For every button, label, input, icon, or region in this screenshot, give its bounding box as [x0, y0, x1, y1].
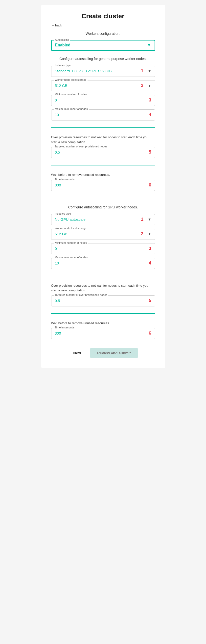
- general-worker-storage-label: Worker node local storage: [54, 78, 88, 81]
- general-max-nodes-field[interactable]: Maximum number of nodes 10 4: [51, 110, 155, 120]
- gpu-targeted-nodes-number: 5: [149, 298, 151, 303]
- autoscaling-value: Enabled: [55, 43, 71, 48]
- workers-config-title: Workers configuration.: [51, 32, 155, 36]
- gpu-max-nodes-number: 4: [149, 260, 151, 266]
- gpu-worker-storage-field[interactable]: Worker node local storage 512 GB 2 ▼: [51, 229, 155, 240]
- gpu-targeted-nodes-value: 0.5: [55, 298, 60, 303]
- general-instance-type-field[interactable]: Instance type Standard_D8_v3: 8 vCPUs 32…: [51, 66, 155, 77]
- general-worker-storage-field[interactable]: Worker node local storage 512 GB 2 ▼: [51, 80, 155, 91]
- gpu-wait-text: Wait before to remove unused resources.: [51, 321, 155, 326]
- back-link[interactable]: ← back: [51, 24, 62, 27]
- gpu-worker-storage-row: 512 GB 2 ▼: [55, 232, 151, 236]
- general-instance-type-label: Instance type: [54, 64, 72, 67]
- general-time-label: Time in seconds: [54, 178, 76, 181]
- general-targeted-nodes-value: 0.5: [55, 150, 60, 154]
- autoscaling-group[interactable]: Autoscaling Enabled ▼: [51, 40, 155, 51]
- general-targeted-nodes-label: Targeted number of over provisioned node…: [54, 145, 108, 148]
- general-storage-chevron-icon: ▼: [148, 84, 151, 88]
- general-max-nodes-value: 10: [55, 112, 59, 117]
- footer-buttons: Next Review and submit: [51, 348, 155, 358]
- general-over-provision-text: Over provision resources to not wait for…: [51, 135, 155, 144]
- general-time-field[interactable]: Time in seconds 300 6: [51, 180, 155, 191]
- gpu-max-nodes-value: 10: [55, 261, 59, 265]
- autoscaling-select[interactable]: Enabled ▼: [55, 43, 151, 48]
- gpu-min-nodes-row: 0 3: [55, 246, 151, 251]
- gpu-max-nodes-row: 10 4: [55, 260, 151, 266]
- general-min-nodes-row: 0 3: [55, 98, 151, 103]
- general-over-provision-divider: [51, 128, 155, 128]
- gpu-section-title: Configure autoscaling for GPU worker nod…: [51, 205, 155, 209]
- general-targeted-nodes-row: 0.5 5: [55, 150, 151, 155]
- gpu-worker-storage-value: 512 GB: [55, 232, 68, 236]
- gpu-min-nodes-value: 0: [55, 246, 57, 251]
- gpu-time-number: 6: [149, 331, 151, 336]
- gpu-over-provision-text: Over provision resources to not wait for…: [51, 283, 155, 293]
- general-instance-type-number: 1: [141, 68, 143, 74]
- gpu-max-nodes-field[interactable]: Maximum number of nodes 10 4: [51, 258, 155, 269]
- general-wait-divider: [51, 165, 155, 166]
- gpu-section-divider: [51, 198, 155, 198]
- general-time-row: 300 6: [55, 182, 151, 188]
- gpu-over-provision-divider: [51, 276, 155, 276]
- gpu-wait-divider: [51, 313, 155, 314]
- gpu-instance-type-value: No GPU autoscale: [55, 217, 86, 222]
- general-instance-type-row: Standard_D8_v3: 8 vCPUs 32 GiB 1 ▼: [55, 68, 151, 74]
- page-title: Create cluster: [51, 12, 155, 20]
- gpu-targeted-nodes-label: Targeted number of over provisioned node…: [54, 293, 108, 296]
- general-max-nodes-row: 10 4: [55, 112, 151, 117]
- autoscaling-chevron-icon: ▼: [147, 43, 151, 48]
- general-min-nodes-label: Minimum number of nodes: [54, 93, 88, 96]
- gpu-min-nodes-label: Minimum number of nodes: [54, 241, 88, 244]
- general-max-nodes-label: Maximum number of nodes: [54, 108, 89, 110]
- autoscaling-label: Autoscaling: [54, 38, 70, 41]
- gpu-instance-type-row: No GPU autoscale 1 ▼: [55, 217, 151, 222]
- review-submit-button[interactable]: Review and submit: [90, 348, 138, 358]
- gpu-time-row: 300 6: [55, 331, 151, 336]
- general-targeted-nodes-number: 5: [149, 150, 151, 155]
- gpu-instance-type-number: 1: [141, 217, 143, 222]
- gpu-targeted-nodes-field[interactable]: Targeted number of over provisioned node…: [51, 295, 155, 306]
- gpu-max-nodes-label: Maximum number of nodes: [54, 256, 89, 259]
- gpu-instance-type-field[interactable]: Instance type No GPU autoscale 1 ▼: [51, 214, 155, 225]
- general-min-nodes-field[interactable]: Minimum number of nodes 0 3: [51, 95, 155, 106]
- general-worker-storage-row: 512 GB 2 ▼: [55, 83, 151, 88]
- gpu-storage-chevron-icon: ▼: [148, 232, 151, 236]
- gpu-time-label: Time in seconds: [54, 326, 76, 329]
- general-worker-storage-number: 2: [141, 83, 143, 88]
- general-instance-type-value: Standard_D8_v3: 8 vCPUs 32 GiB: [55, 69, 112, 73]
- page-container: Create cluster ← back Workers configurat…: [41, 5, 165, 368]
- general-time-value: 300: [55, 183, 61, 187]
- gpu-worker-storage-label: Worker node local storage: [54, 227, 88, 230]
- gpu-time-field[interactable]: Time in seconds 300 6: [51, 328, 155, 339]
- general-min-nodes-value: 0: [55, 98, 57, 102]
- gpu-targeted-nodes-row: 0.5 5: [55, 298, 151, 303]
- gpu-min-nodes-field[interactable]: Minimum number of nodes 0 3: [51, 243, 155, 254]
- gpu-min-nodes-number: 3: [149, 246, 151, 251]
- general-max-nodes-number: 4: [149, 112, 151, 117]
- general-instance-chevron-icon: ▼: [148, 69, 151, 73]
- gpu-worker-storage-number: 2: [141, 232, 143, 236]
- general-wait-text: Wait before to remove unused resources.: [51, 172, 155, 177]
- next-button[interactable]: Next: [68, 348, 86, 358]
- general-worker-storage-value: 512 GB: [55, 84, 68, 88]
- general-section-title: Configure autoscaling for general purpos…: [51, 57, 155, 61]
- gpu-time-value: 300: [55, 331, 61, 335]
- general-time-number: 6: [149, 182, 151, 188]
- general-targeted-nodes-field[interactable]: Targeted number of over provisioned node…: [51, 147, 155, 158]
- general-min-nodes-number: 3: [149, 98, 151, 103]
- gpu-instance-chevron-icon: ▼: [148, 217, 151, 221]
- gpu-instance-type-label: Instance type: [54, 212, 72, 215]
